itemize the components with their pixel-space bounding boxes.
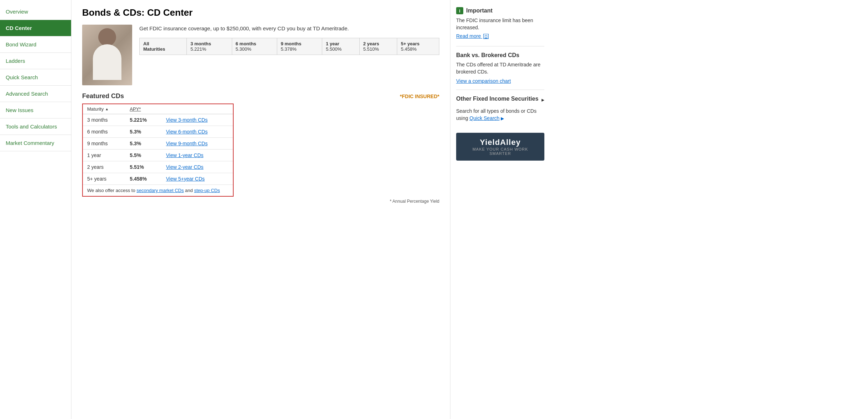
view-9month-link[interactable]: View 9-month CDs bbox=[166, 141, 208, 146]
page-title: Bonds & CDs: CD Center bbox=[82, 7, 439, 18]
other-fixed-income-section: Other Fixed Income Securities ▸ Search f… bbox=[456, 96, 544, 122]
bank-vs-brokered-text: The CDs offered at TD Ameritrade are bro… bbox=[456, 61, 544, 75]
col-header-maturity[interactable]: Maturity ▲ bbox=[83, 104, 125, 114]
apy-footnote: * Annual Percentage Yield bbox=[82, 199, 439, 204]
quick-search-link[interactable]: Quick Search bbox=[469, 115, 499, 121]
view-5year-link[interactable]: View 5+year CDs bbox=[166, 176, 205, 182]
sidebar-item-new-issues[interactable]: New Issues bbox=[0, 102, 71, 118]
sidebar-item-advanced-search[interactable]: Advanced Search bbox=[0, 86, 71, 102]
info-icon: i bbox=[456, 7, 463, 14]
read-more-link[interactable]: Read more ⊡ bbox=[456, 33, 489, 39]
table-row: 2 years 5.51% View 2-year CDs bbox=[83, 161, 233, 173]
maturity-col-9mo[interactable]: 9 months5.378% bbox=[277, 38, 322, 55]
bank-vs-brokered-section: Bank vs. Brokered CDs The CDs offered at… bbox=[456, 52, 544, 84]
right-sidebar: i Important The FDIC insurance limit has… bbox=[450, 0, 550, 419]
step-up-link[interactable]: step-up CDs bbox=[194, 188, 220, 193]
cursor-icon: ▸ bbox=[542, 96, 544, 103]
featured-header: Featured CDs *FDIC INSURED* bbox=[82, 92, 439, 100]
maturity-col-5yr[interactable]: 5+ years5.458% bbox=[397, 38, 439, 55]
sidebar-item-tools-calculators[interactable]: Tools and Calculators bbox=[0, 118, 71, 135]
other-fixed-income-title: Other Fixed Income Securities bbox=[456, 96, 540, 102]
sidebar-item-cd-center[interactable]: CD Center bbox=[0, 20, 71, 36]
hero-text: Get FDIC insurance coverage, up to $250,… bbox=[139, 25, 439, 55]
view-6month-link[interactable]: View 6-month CDs bbox=[166, 129, 208, 135]
view-2year-link[interactable]: View 2-year CDs bbox=[166, 164, 204, 170]
yield-alley-subtitle: MAKE YOUR CASH WORK SMARTER bbox=[462, 147, 539, 156]
important-header: i Important bbox=[456, 7, 544, 14]
hero-description: Get FDIC insurance coverage, up to $250,… bbox=[139, 25, 439, 32]
hero-section: Get FDIC insurance coverage, up to $250,… bbox=[82, 25, 439, 85]
maturity-col-all[interactable]: All Maturities bbox=[140, 38, 187, 55]
yield-alley-banner[interactable]: YieldAlley MAKE YOUR CASH WORK SMARTER bbox=[456, 133, 544, 161]
external-link-icon: ⊡ bbox=[483, 34, 489, 39]
col-header-apy[interactable]: APY* bbox=[125, 104, 161, 114]
view-comparison-chart-link[interactable]: View a comparison chart bbox=[456, 78, 511, 84]
important-text: The FDIC insurance limit has been increa… bbox=[456, 17, 544, 31]
footnote-row: We also offer access to secondary market… bbox=[83, 185, 233, 196]
main-content: Bonds & CDs: CD Center Get FDIC insuranc… bbox=[71, 0, 450, 419]
maturity-col-2yr[interactable]: 2 years5.510% bbox=[359, 38, 397, 55]
sidebar: Overview CD Center Bond Wizard Ladders Q… bbox=[0, 0, 71, 419]
col-header-action bbox=[162, 104, 233, 114]
fdic-badge: *FDIC INSURED* bbox=[400, 94, 439, 99]
view-3month-link[interactable]: View 3-month CDs bbox=[166, 117, 208, 123]
hero-image bbox=[82, 25, 132, 85]
sidebar-item-overview[interactable]: Overview bbox=[0, 4, 71, 20]
secondary-market-link[interactable]: secondary market CDs bbox=[136, 188, 184, 193]
yield-alley-title: YieldAlley bbox=[462, 138, 539, 147]
sort-arrow-icon: ▲ bbox=[105, 107, 109, 111]
divider bbox=[456, 46, 544, 46]
featured-table: Maturity ▲ APY* 3 months 5.221% View 3-m… bbox=[83, 104, 233, 185]
arrow-right-icon: ▶ bbox=[499, 116, 504, 121]
divider-2 bbox=[456, 90, 544, 90]
table-row: 6 months 5.3% View 6-month CDs bbox=[83, 126, 233, 138]
other-fixed-income-header: Other Fixed Income Securities ▸ bbox=[456, 96, 544, 105]
table-row: 3 months 5.221% View 3-month CDs bbox=[83, 114, 233, 126]
table-row: 5+ years 5.458% View 5+year CDs bbox=[83, 173, 233, 185]
maturity-col-1yr[interactable]: 1 year5.500% bbox=[322, 38, 359, 55]
important-box: i Important The FDIC insurance limit has… bbox=[456, 7, 544, 39]
sidebar-item-market-commentary[interactable]: Market Commentary bbox=[0, 135, 71, 151]
maturity-col-6mo[interactable]: 6 months5.300% bbox=[232, 38, 277, 55]
sidebar-item-quick-search[interactable]: Quick Search bbox=[0, 69, 71, 86]
table-row: 1 year 5.5% View 1-year CDs bbox=[83, 150, 233, 161]
maturity-rates-table: All Maturities 3 months5.221% 6 months5.… bbox=[139, 38, 439, 55]
view-1year-link[interactable]: View 1-year CDs bbox=[166, 152, 204, 158]
sidebar-item-ladders[interactable]: Ladders bbox=[0, 53, 71, 69]
featured-title: Featured CDs bbox=[82, 92, 124, 100]
featured-table-wrapper: Maturity ▲ APY* 3 months 5.221% View 3-m… bbox=[82, 104, 234, 197]
featured-cds-section: Featured CDs *FDIC INSURED* Maturity ▲ A… bbox=[82, 92, 439, 204]
table-row: 9 months 5.3% View 9-month CDs bbox=[83, 138, 233, 150]
other-fixed-income-text: Search for all types of bonds or CDs usi… bbox=[456, 108, 544, 122]
maturity-col-3mo[interactable]: 3 months5.221% bbox=[187, 38, 232, 55]
important-title: Important bbox=[466, 7, 493, 14]
bank-vs-brokered-title: Bank vs. Brokered CDs bbox=[456, 52, 544, 59]
sidebar-item-bond-wizard[interactable]: Bond Wizard bbox=[0, 36, 71, 53]
